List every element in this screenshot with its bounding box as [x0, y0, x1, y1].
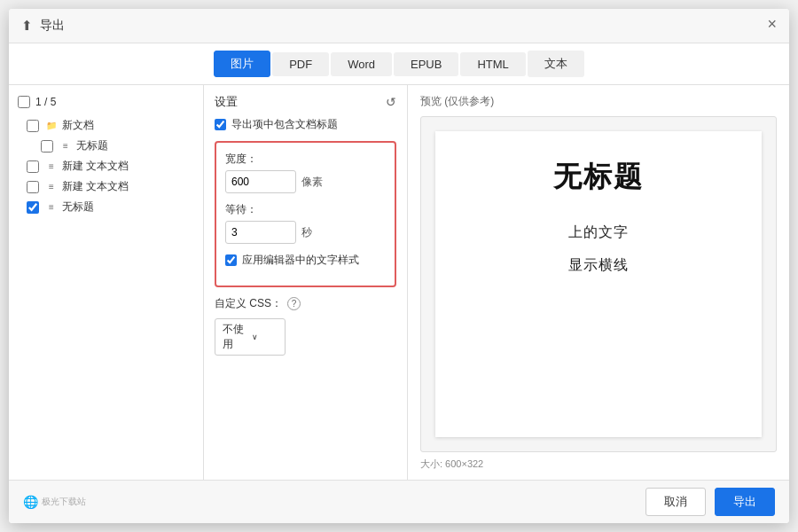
list-item[interactable]: ≡ 无标题	[9, 197, 203, 217]
item-checkbox-3[interactable]	[27, 181, 39, 193]
item-checkbox-4[interactable]	[27, 201, 39, 214]
sidebar: 1 / 5 📁 新文档 ≡ 无标题 ≡ 新建 文本文档	[9, 85, 204, 480]
watermark-text: 极光下载站	[42, 496, 86, 508]
delay-row: 秒	[225, 221, 386, 244]
tab-epub[interactable]: EPUB	[394, 52, 458, 76]
custom-css-row: 自定义 CSS： ?	[215, 296, 396, 311]
include-title-checkbox[interactable]	[215, 119, 226, 130]
page-info-label: 1 / 5	[35, 96, 56, 108]
watermark-icon: 🌐	[23, 495, 38, 509]
settings-panel: 设置 ↺ 导出项中包含文档标题 宽度： 像素 等待： 秒	[204, 85, 408, 480]
width-label: 宽度：	[225, 152, 386, 167]
reset-button[interactable]: ↺	[386, 95, 396, 109]
doc-icon: ≡	[44, 180, 59, 194]
tab-image[interactable]: 图片	[214, 51, 270, 77]
item-label-4: 无标题	[62, 200, 94, 215]
export-icon: ⬆	[21, 18, 33, 34]
item-checkbox-0[interactable]	[27, 120, 39, 132]
include-title-row: 导出项中包含文档标题	[215, 117, 396, 132]
title-bar: ⬆ 导出 ×	[9, 9, 789, 43]
main-content: 1 / 5 📁 新文档 ≡ 无标题 ≡ 新建 文本文档	[9, 85, 789, 480]
preview-text-2: 显示横线	[568, 256, 629, 275]
export-dialog: ⬆ 导出 × 图片 PDF Word EPUB HTML 文本 1 / 5 📁 …	[9, 9, 789, 523]
dropdown-arrow-icon: ∨	[252, 332, 278, 341]
footer: 🌐 极光下载站 取消 导出	[9, 480, 789, 523]
custom-css-label: 自定义 CSS：	[215, 296, 282, 311]
tab-pdf[interactable]: PDF	[272, 52, 329, 76]
doc-icon: ≡	[44, 160, 59, 174]
delay-unit: 秒	[301, 225, 312, 240]
folder-icon: 📁	[44, 119, 59, 133]
list-item[interactable]: ≡ 新建 文本文档	[9, 156, 203, 176]
tab-text[interactable]: 文本	[528, 51, 584, 77]
settings-box: 宽度： 像素 等待： 秒 应用编辑器中的文字样式	[215, 141, 396, 287]
item-label-1: 无标题	[76, 138, 108, 153]
doc-icon: ≡	[59, 139, 73, 153]
export-button[interactable]: 导出	[715, 488, 775, 516]
preview-panel: 预览 (仅供参考) 无标题 上的文字 显示横线 大小: 600×322	[408, 85, 789, 480]
footer-left: 🌐 极光下载站	[23, 495, 637, 509]
list-item[interactable]: ≡ 新建 文本文档	[9, 176, 203, 197]
item-label-2: 新建 文本文档	[62, 159, 129, 174]
delay-label: 等待：	[225, 202, 386, 217]
width-unit: 像素	[301, 175, 323, 190]
preview-text-1: 上的文字	[568, 223, 629, 242]
tab-word[interactable]: Word	[331, 52, 392, 76]
width-input[interactable]	[225, 170, 296, 193]
tab-bar: 图片 PDF Word EPUB HTML 文本	[9, 43, 789, 85]
width-row: 像素	[225, 170, 386, 193]
item-checkbox-2[interactable]	[27, 160, 39, 173]
apply-style-label: 应用编辑器中的文字样式	[242, 253, 359, 268]
cancel-button[interactable]: 取消	[645, 488, 706, 516]
preview-content: 无标题 上的文字 显示横线	[420, 116, 777, 452]
apply-style-row: 应用编辑器中的文字样式	[225, 253, 386, 268]
css-select-value: 不使用	[223, 322, 248, 352]
include-title-label: 导出项中包含文档标题	[231, 117, 338, 132]
preview-page: 无标题 上的文字 显示横线	[435, 131, 762, 437]
list-item[interactable]: 📁 新文档	[9, 115, 203, 136]
item-label-3: 新建 文本文档	[62, 179, 129, 194]
close-button[interactable]: ×	[767, 16, 777, 32]
help-icon[interactable]: ?	[287, 297, 301, 310]
dialog-title: 导出	[40, 18, 65, 34]
css-select-dropdown[interactable]: 不使用 ∨	[215, 318, 286, 356]
settings-header: 设置 ↺	[215, 94, 396, 110]
item-label-0: 新文档	[62, 118, 94, 133]
item-checkbox-1[interactable]	[41, 140, 53, 153]
apply-style-checkbox[interactable]	[225, 254, 237, 266]
doc-icon: ≡	[44, 200, 59, 215]
tab-html[interactable]: HTML	[460, 52, 525, 76]
settings-title: 设置	[215, 94, 238, 110]
watermark: 🌐 极光下载站	[23, 495, 86, 509]
preview-title: 预览 (仅供参考)	[420, 94, 777, 109]
page-info-checkbox[interactable]	[18, 96, 30, 108]
preview-document-title: 无标题	[553, 158, 644, 197]
list-item[interactable]: ≡ 无标题	[9, 136, 203, 156]
page-info-row: 1 / 5	[9, 92, 203, 112]
preview-size: 大小: 600×322	[420, 458, 777, 471]
delay-input[interactable]	[225, 221, 296, 244]
